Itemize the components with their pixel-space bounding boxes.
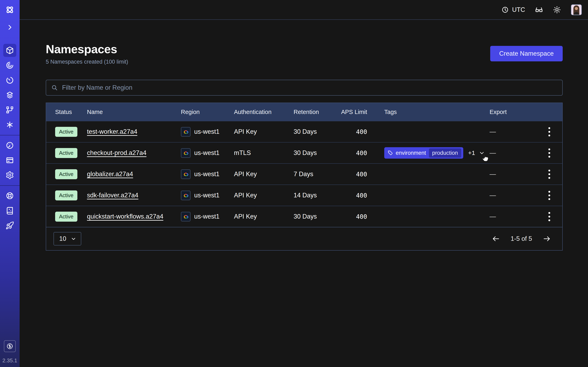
- book-icon: [6, 206, 14, 215]
- sidebar-divider: [0, 185, 20, 186]
- timer-icon: [6, 76, 14, 84]
- sidebar-item-batch-operations[interactable]: [3, 89, 16, 101]
- sidebar-item-support[interactable]: [3, 189, 16, 202]
- browser-icon: [6, 156, 14, 165]
- sidebar-item-accounts[interactable]: [3, 154, 16, 167]
- export-cell: —: [490, 170, 536, 178]
- asterisk-icon: [6, 120, 14, 129]
- row-menu-button[interactable]: [536, 191, 562, 200]
- status-badge: Active: [55, 212, 77, 222]
- namespace-link[interactable]: test-worker.a27a4: [87, 128, 137, 135]
- sidebar-item-usage[interactable]: [3, 139, 16, 152]
- retention-cell: 30 Days: [294, 128, 340, 135]
- row-menu-button[interactable]: [536, 212, 562, 221]
- table-row[interactable]: Active globalizer.a27a4 us-west1 API Key…: [46, 163, 562, 184]
- page-title-block: Namespaces 5 Namespaces created (100 lim…: [46, 42, 128, 65]
- namespaces-table: Status Name Region Authentication Retent…: [46, 103, 563, 250]
- page-size-select[interactable]: 10: [53, 232, 81, 245]
- chevron-down-icon: [479, 150, 485, 156]
- user-avatar[interactable]: [571, 4, 582, 15]
- column-header-retention: Retention: [294, 109, 340, 115]
- tag-expand-chevron[interactable]: [479, 150, 485, 156]
- spiral-icon: [6, 61, 14, 69]
- column-header-export: Export: [490, 109, 536, 115]
- retention-cell: 30 Days: [294, 213, 340, 220]
- rocket-icon: [6, 221, 14, 230]
- sidebar-item-schedules[interactable]: [3, 74, 16, 87]
- auth-cell: API Key: [234, 170, 294, 178]
- sidebar-item-workflows[interactable]: [3, 59, 16, 72]
- tag-key: environment: [396, 150, 426, 156]
- region-provider-chip: [181, 148, 190, 158]
- table-row[interactable]: Active sdk-failover.a27a4 us-west1 API K…: [46, 184, 562, 206]
- google-cloud-icon: [182, 192, 189, 199]
- glasses-icon: [535, 6, 543, 14]
- sidebar-item-nexus[interactable]: [3, 118, 16, 131]
- auth-cell: API Key: [234, 128, 294, 135]
- auth-cell: API Key: [234, 213, 294, 220]
- column-header-status: Status: [46, 109, 87, 115]
- table-header-row: Status Name Region Authentication Retent…: [46, 103, 562, 121]
- sidebar-item-namespaces[interactable]: [3, 44, 16, 57]
- sidebar: 2.35.1: [0, 0, 20, 367]
- tag-group: environment production +1: [384, 147, 490, 159]
- previous-page-button[interactable]: [492, 235, 500, 243]
- lifebuoy-icon: [6, 192, 14, 200]
- google-cloud-icon: [182, 213, 189, 220]
- retention-cell: 7 Days: [294, 170, 340, 178]
- row-menu-button[interactable]: [536, 149, 562, 158]
- table-row[interactable]: Active test-worker.a27a4 us-west1 API Ke…: [46, 121, 562, 142]
- sidebar-item-deployments[interactable]: [3, 103, 16, 117]
- app-version: 2.35.1: [2, 358, 17, 364]
- sun-icon: [553, 6, 561, 14]
- timezone-selector[interactable]: UTC: [502, 6, 525, 13]
- aps-cell: 400: [340, 150, 367, 157]
- sidebar-item-docs[interactable]: [3, 204, 16, 217]
- sidebar-divider: [0, 135, 20, 135]
- namespace-link[interactable]: sdk-failover.a27a4: [87, 192, 138, 199]
- tag-pill[interactable]: environment production: [384, 147, 463, 159]
- column-header-name: Name: [87, 109, 181, 115]
- retention-cell: 30 Days: [294, 149, 340, 157]
- export-cell: —: [490, 149, 536, 157]
- column-header-authentication: Authentication: [234, 109, 294, 115]
- namespace-link[interactable]: checkout-prod.a27a4: [87, 149, 146, 156]
- google-cloud-icon: [182, 171, 189, 177]
- billing-button[interactable]: [4, 340, 16, 352]
- region-provider-chip: [181, 191, 190, 200]
- main-content: Namespaces 5 Namespaces created (100 lim…: [20, 20, 588, 367]
- gauge-icon: [6, 141, 14, 150]
- table-row[interactable]: Active quickstart-workflows.a27a4 us-wes…: [46, 206, 562, 227]
- namespace-link[interactable]: quickstart-workflows.a27a4: [87, 213, 163, 220]
- theme-toggle-button[interactable]: [553, 6, 561, 14]
- tag-icon: [388, 150, 393, 156]
- filter-bar: [46, 80, 563, 96]
- region-label: us-west1: [194, 192, 219, 199]
- timezone-label: UTC: [512, 6, 525, 13]
- page-title: Namespaces: [46, 42, 128, 56]
- export-cell: —: [490, 213, 536, 220]
- temporal-logo[interactable]: [4, 4, 15, 15]
- row-menu-button[interactable]: [536, 127, 562, 136]
- sidebar-item-settings[interactable]: [3, 169, 16, 182]
- aps-cell: 400: [340, 192, 367, 199]
- auth-cell: mTLS: [234, 149, 294, 157]
- sidebar-item-getting-started[interactable]: [3, 219, 16, 232]
- region-label: us-west1: [194, 213, 219, 220]
- region-label: us-west1: [194, 170, 219, 178]
- row-menu-button[interactable]: [536, 170, 562, 179]
- export-cell: —: [490, 192, 536, 199]
- table-row[interactable]: Active checkout-prod.a27a4 us-west1 mTLS…: [46, 142, 562, 163]
- next-page-button[interactable]: [543, 235, 551, 243]
- region-label: us-west1: [194, 128, 219, 135]
- tag-value: production: [429, 149, 461, 158]
- status-badge: Active: [55, 148, 77, 158]
- sidebar-expand-button[interactable]: [6, 23, 14, 31]
- filter-input[interactable]: [62, 84, 557, 91]
- create-namespace-button[interactable]: Create Namespace: [490, 46, 563, 61]
- region-label: us-west1: [194, 149, 219, 157]
- branch-icon: [6, 106, 14, 114]
- labs-toggle-button[interactable]: [535, 6, 543, 14]
- region-provider-chip: [181, 169, 190, 179]
- namespace-link[interactable]: globalizer.a27a4: [87, 170, 133, 178]
